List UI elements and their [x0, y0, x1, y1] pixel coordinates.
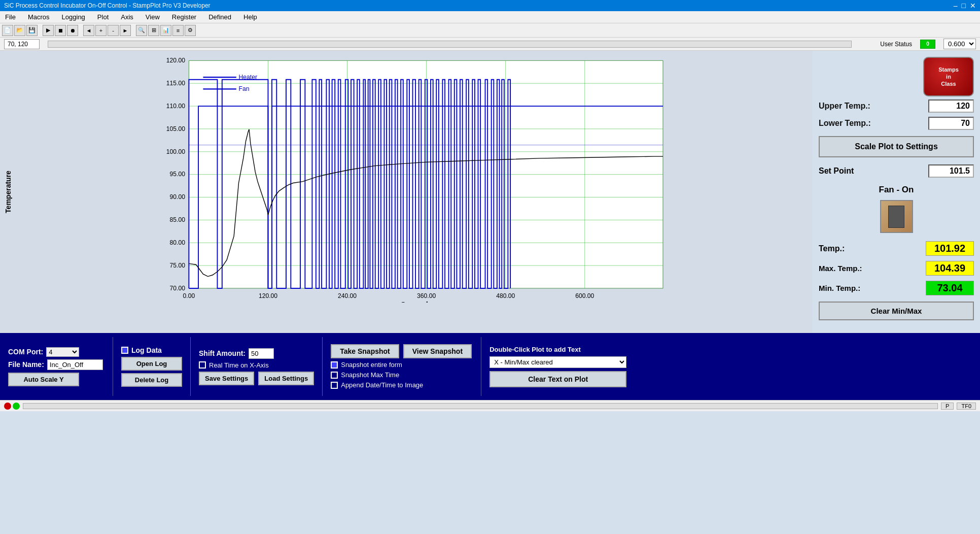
tb-minus[interactable]: -: [108, 25, 119, 36]
menu-defined[interactable]: Defined: [205, 12, 234, 22]
menu-help[interactable]: Help: [240, 12, 260, 22]
tb-misc2[interactable]: ⚙: [185, 25, 196, 36]
close-btn[interactable]: ✕: [970, 2, 976, 10]
menu-file[interactable]: File: [2, 12, 19, 22]
fan-indicator[interactable]: [880, 200, 913, 233]
menu-logging[interactable]: Logging: [59, 12, 88, 22]
restore-btn[interactable]: □: [962, 2, 966, 10]
menu-bar: File Macros Logging Plot Axis View Regis…: [0, 11, 980, 23]
tb-chart[interactable]: 📊: [160, 25, 171, 36]
minimize-btn[interactable]: –: [954, 2, 958, 10]
min-temp-label: Min. Temp.:: [819, 284, 860, 292]
svg-text:75.00: 75.00: [170, 262, 186, 269]
chart-svg[interactable]: 120.00 115.00 110.00 105.00 100.00 95.00…: [25, 56, 808, 303]
right-panel: Stamps in Class Upper Temp.: Lower Temp.…: [813, 51, 980, 333]
traffic-lights: [4, 403, 20, 410]
svg-text:80.00: 80.00: [170, 239, 186, 246]
svg-text:240.00: 240.00: [338, 292, 357, 299]
snapshot-entire-row: Snapshot entire form: [331, 361, 473, 369]
text-input-dropdown[interactable]: X - Min/Max cleared: [489, 356, 626, 368]
file-name-label: File Name:: [8, 360, 44, 369]
tb-stop[interactable]: ⏹: [55, 25, 66, 36]
tb-grid[interactable]: ⊞: [148, 25, 159, 36]
status-p-badge: P: [941, 403, 954, 410]
max-temp-value: 104.39: [926, 261, 974, 276]
tb-misc1[interactable]: ≡: [172, 25, 184, 36]
menu-plot[interactable]: Plot: [94, 12, 112, 22]
append-datetime-checkbox[interactable]: [331, 382, 338, 389]
temp-value: 101.92: [926, 241, 974, 256]
fan-label: Fan - On: [819, 185, 974, 195]
clear-minmax-button[interactable]: Clear Min/Max: [819, 302, 974, 320]
tb-zoom[interactable]: 🔍: [136, 25, 147, 36]
chart-area: Temperature 1: [0, 51, 813, 333]
col-settings: Shift Amount: Real Time on X-Axis Save S…: [199, 348, 314, 385]
green-light: [13, 403, 20, 410]
temp-label: Temp.:: [819, 244, 845, 253]
svg-text:360.00: 360.00: [417, 292, 436, 299]
top-statusbar: 70, 120 User Status 0 0.600: [0, 38, 980, 51]
snapshot-max-checkbox[interactable]: [331, 372, 338, 379]
temp-row: Temp.: 101.92: [819, 241, 974, 256]
lower-temp-input[interactable]: [928, 117, 974, 130]
menu-macros[interactable]: Macros: [25, 12, 53, 22]
tb-run[interactable]: ▶: [43, 25, 54, 36]
red-light: [4, 403, 11, 410]
menu-view[interactable]: View: [143, 12, 163, 22]
setpoint-input[interactable]: [928, 164, 974, 178]
y-axis-title: Temperature: [4, 171, 12, 213]
tb-right[interactable]: ►: [120, 25, 131, 36]
lower-temp-row: Lower Temp.:: [819, 117, 974, 130]
col-logging: Log Data Open Log Delete Log: [121, 346, 182, 387]
com-port-label: COM Port:: [8, 348, 43, 356]
tb-save[interactable]: 💾: [26, 25, 38, 36]
load-settings-button[interactable]: Load Settings: [258, 372, 314, 385]
svg-text:85.00: 85.00: [170, 216, 186, 223]
file-name-input[interactable]: [47, 359, 103, 370]
snapshot-max-row: Snapshot Max Time: [331, 371, 473, 379]
tb-plus[interactable]: +: [95, 25, 107, 36]
tb-open[interactable]: 📂: [14, 25, 25, 36]
speed-select[interactable]: 0.600: [943, 39, 976, 49]
real-time-label: Real Time on X-Axis: [209, 361, 269, 369]
coord-display: 70, 120: [4, 39, 40, 49]
col-snapshot: Take Snapshot View Snapshot Snapshot ent…: [331, 344, 473, 389]
log-data-label: Log Data: [131, 346, 162, 354]
real-time-checkbox[interactable]: [199, 361, 206, 369]
scroll-indicator[interactable]: [23, 403, 938, 409]
tb-new[interactable]: 📄: [2, 25, 13, 36]
scroll-bar-area[interactable]: [48, 41, 852, 48]
scale-plot-button[interactable]: Scale Plot to Settings: [819, 136, 974, 157]
delete-log-button[interactable]: Delete Log: [121, 373, 182, 387]
menu-axis[interactable]: Axis: [118, 12, 136, 22]
com-port-select[interactable]: 4: [46, 347, 79, 357]
tb-rec[interactable]: ⏺: [67, 25, 78, 36]
view-snapshot-button[interactable]: View Snapshot: [403, 344, 472, 358]
status-tf-badge: TF0: [957, 403, 976, 410]
upper-temp-input[interactable]: [928, 99, 974, 113]
open-log-button[interactable]: Open Log: [121, 357, 182, 371]
clear-text-button[interactable]: Clear Text on Plot: [489, 371, 626, 387]
double-click-label: Double-Click Plot to add Text: [489, 346, 632, 353]
user-status-label: User Status: [880, 41, 912, 48]
app-title: SiC Process Control Incubator On-Off Con…: [4, 2, 211, 9]
append-datetime-row: Append Date/Time to Image: [331, 381, 473, 389]
take-snapshot-button[interactable]: Take Snapshot: [331, 344, 399, 358]
auto-scale-y-button[interactable]: Auto Scale Y: [8, 373, 79, 386]
menu-register[interactable]: Register: [169, 12, 199, 22]
real-time-row: Real Time on X-Axis: [199, 361, 314, 369]
min-temp-value: 73.04: [926, 281, 974, 295]
toolbar: 📄 📂 💾 ▶ ⏹ ⏺ ◄ + - ► 🔍 ⊞ 📊 ≡ ⚙: [0, 23, 980, 38]
fan-inner-display: [888, 206, 904, 228]
snapshot-entire-checkbox[interactable]: [331, 361, 338, 369]
tb-left[interactable]: ◄: [83, 25, 94, 36]
svg-text:0.00: 0.00: [183, 292, 195, 299]
col-com-port: COM Port: 4 File Name: Auto Scale Y: [8, 347, 104, 386]
setpoint-row: Set Point: [819, 164, 974, 178]
svg-text:Fan: Fan: [239, 85, 250, 92]
svg-text:115.00: 115.00: [166, 80, 185, 87]
save-settings-button[interactable]: Save Settings: [199, 372, 254, 385]
shift-amount-input[interactable]: [249, 348, 274, 359]
log-data-checkbox[interactable]: [121, 347, 128, 354]
svg-text:100.00: 100.00: [166, 148, 185, 155]
